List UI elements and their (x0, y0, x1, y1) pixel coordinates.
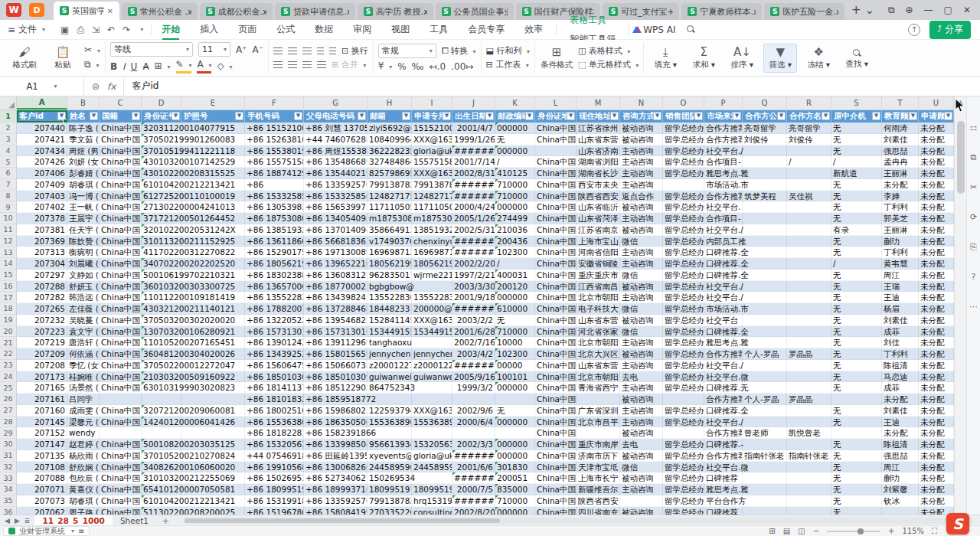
cell-P21[interactable]: 雅思考点.雅 (704, 337, 743, 348)
file-menu[interactable]: ≡ 文件 ▾ (0, 23, 53, 36)
cell-A5[interactable]: 207426 (17, 156, 67, 168)
cell-A14[interactable]: 207304 (17, 258, 67, 270)
cell-D4[interactable]: 370105199411221118 (142, 145, 181, 157)
cell-H13[interactable]: 169698712 (368, 247, 412, 258)
sum-button[interactable]: Σ 求和 ▾ (687, 44, 720, 72)
cell-D26[interactable] (142, 394, 181, 405)
cell-K24[interactable]: 100101 (495, 371, 535, 383)
cell-O17[interactable]: 留学总经办 (663, 292, 704, 303)
cell-B4[interactable]: 周煜 (男) (67, 145, 100, 157)
cell-D20[interactable]: 130703200106280921 (142, 326, 181, 338)
cell-N27[interactable]: 主动咨询 (620, 405, 663, 417)
row-header-8[interactable]: 8 (0, 191, 17, 202)
cell-O8[interactable]: 留学总经办 (663, 191, 704, 202)
cell-J13[interactable]: ######### (452, 247, 495, 258)
cell-L33[interactable]: China中国 (535, 472, 577, 484)
cell-H27[interactable]: 122593794 (368, 405, 412, 417)
cell-A17[interactable]: 207282 (17, 292, 67, 303)
cell-D2[interactable]: 320311200104077915 (142, 123, 181, 134)
cell-T16[interactable]: 王瑞 (882, 281, 919, 293)
cell-T35[interactable]: 钦冰 (882, 495, 919, 507)
row-header-21[interactable]: 21 (0, 337, 17, 348)
cell-Q21[interactable] (743, 337, 787, 348)
cell-F21[interactable]: +86 13901242 (245, 337, 304, 348)
cell-U22[interactable]: 未分配 (919, 348, 954, 360)
cell-I34[interactable]: 180995191 (412, 484, 452, 495)
cell-I3[interactable]: XXX@163. (412, 134, 452, 145)
cell-B32[interactable]: 舒欣娴 (女) (67, 462, 100, 473)
cell-M20[interactable]: 河北省张家 (577, 326, 620, 338)
convert-button[interactable]: ⧠ 转换 ▾ (442, 45, 476, 57)
cell-S9[interactable]: 无 (831, 201, 882, 213)
cell-A25[interactable]: 207165 (17, 382, 67, 394)
cell-F26[interactable]: +86 18101832 (245, 394, 304, 405)
filter-button[interactable]: ▼ (485, 112, 494, 120)
cell-A24[interactable]: 207173 (17, 371, 67, 383)
cell-H31[interactable]: xyevents@ (368, 450, 412, 462)
cell-N33[interactable]: 被动咨询 (620, 472, 663, 484)
cell-T14[interactable]: 黄韦慧 (882, 258, 919, 270)
cell-C17[interactable]: China中国 (100, 292, 142, 303)
view-break-icon[interactable]: ◫ (798, 527, 805, 535)
cell-G18[interactable]: +86 1372884680 (304, 303, 368, 315)
cell-N5[interactable]: 主动咨询 (620, 156, 663, 168)
cell-S34[interactable]: 无 (831, 484, 882, 495)
cell-L7[interactable]: China中国 (535, 179, 577, 191)
cell-S32[interactable]: 无 (831, 462, 882, 473)
cell-N17[interactable]: 主动咨询 (620, 292, 663, 303)
cell-U9[interactable]: 未分配 (919, 201, 954, 213)
more-actions-icon[interactable]: ▾ (140, 26, 143, 33)
cell-D32[interactable]: 340826200106060020 (142, 462, 181, 473)
cell-Q25[interactable] (743, 382, 787, 394)
cell-A16[interactable]: 207288 (17, 281, 67, 293)
cell-I24[interactable]: guiwanwei (412, 371, 452, 383)
percent-format-button[interactable]: % (397, 61, 406, 72)
cell-C34[interactable]: China中国 (100, 484, 142, 495)
cell-M11[interactable]: 江苏省南京 (577, 224, 620, 236)
cell-U7[interactable]: 未分配 (919, 179, 954, 191)
column-letter-A[interactable]: A (17, 96, 67, 109)
cell-Q4[interactable] (743, 145, 787, 157)
number-format-select[interactable]: 常规▾ (378, 44, 436, 58)
cell-P9[interactable]: 社交平台. (704, 201, 743, 213)
cell-U10[interactable]: 未分配 (919, 213, 954, 224)
cell-J12[interactable]: ######### (452, 236, 495, 247)
cell-C2[interactable]: China中国 (100, 123, 142, 134)
cell-H9[interactable]: 117110505 (368, 201, 412, 213)
cell-A20[interactable]: 207223 (17, 326, 67, 338)
cell-L5[interactable]: China中国 (535, 156, 577, 168)
cell-P26[interactable]: 合作方推荐 (704, 394, 743, 405)
cell-R31[interactable]: 指南针张老 (787, 450, 831, 462)
cell-G19[interactable]: +86 1395468251 (304, 315, 368, 326)
cell-M27[interactable]: 广东省深圳 (577, 405, 620, 417)
cell-G25[interactable]: +86 1851229020 (304, 382, 368, 394)
cell-H36[interactable]: 270335220 (368, 507, 412, 515)
cell-K2[interactable]: 000000 (495, 123, 535, 134)
horizontal-scrollbar[interactable] (183, 518, 972, 524)
cell-O3[interactable]: 留学总经办 (663, 134, 704, 145)
cell-D17[interactable]: 110112200109181419 (142, 292, 181, 303)
cell-L25[interactable]: China中国 (535, 382, 577, 394)
header-cell-A1[interactable]: 客户id▼ (17, 110, 67, 123)
filter-button[interactable]: ▼ (610, 112, 619, 120)
cell-T21[interactable]: 刘佳 (882, 337, 919, 348)
print-icon[interactable]: ⎙ (77, 25, 84, 35)
cell-H34[interactable]: 180995191 (368, 484, 412, 495)
cell-I36[interactable]: consulting (412, 507, 452, 515)
cell-B28[interactable]: 梁馨元 (女) (67, 417, 100, 428)
cell-T32[interactable]: 周江 (882, 462, 919, 473)
cell-N19[interactable]: 被动咨询 (620, 315, 663, 326)
filter-button[interactable]: ▼ (90, 112, 98, 120)
wps-logo[interactable]: W (6, 3, 21, 17)
cell-N36[interactable]: 被动咨询 (620, 507, 663, 515)
cell-H21[interactable]: tanghaoxu (368, 337, 412, 348)
comma-format-button[interactable]: ‰ (412, 61, 424, 72)
align-left-icon[interactable] (273, 61, 283, 68)
align-top-icon[interactable] (273, 47, 283, 54)
cell-K31[interactable]: 000000 (495, 450, 535, 462)
cell-K29[interactable] (495, 427, 535, 439)
cell-T10[interactable]: 郭美芝 (882, 213, 919, 224)
decrease-indent-icon[interactable] (317, 47, 324, 54)
row-header-33[interactable]: 33 (0, 472, 17, 484)
cell-C5[interactable]: China中国 (100, 156, 142, 168)
